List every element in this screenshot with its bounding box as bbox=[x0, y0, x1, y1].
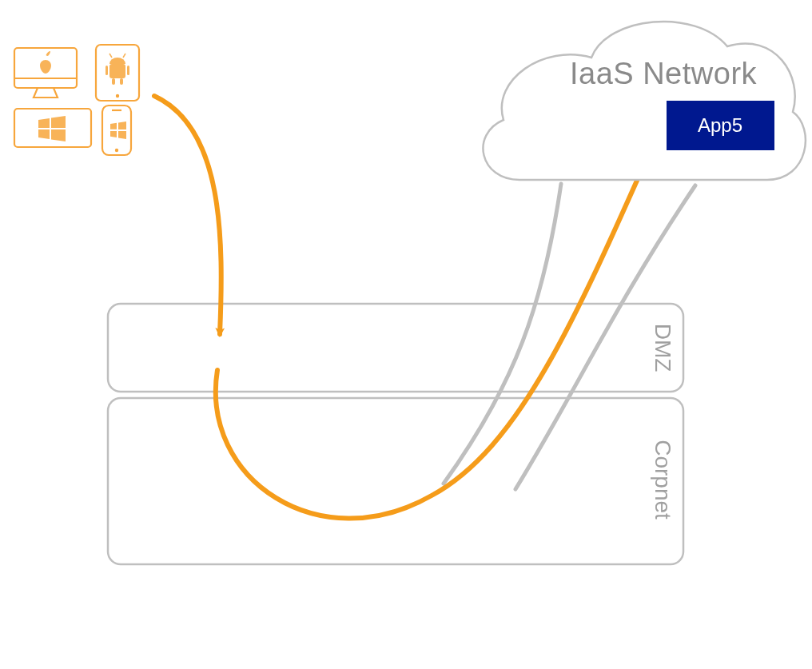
svg-line-9 bbox=[109, 54, 112, 58]
cloud-title: IaaS Network bbox=[570, 57, 758, 90]
cloud-icon bbox=[483, 22, 805, 180]
devices-cluster bbox=[14, 45, 139, 155]
android-logo-icon bbox=[105, 54, 129, 85]
tablet-icon bbox=[96, 45, 139, 101]
corpnet-label: Corpnet bbox=[651, 440, 675, 520]
corpnet-zone-box bbox=[108, 398, 683, 564]
flow-arrow-segment-1 bbox=[154, 96, 221, 334]
flow-arrow-segment-2 bbox=[216, 132, 659, 518]
laptop-icon bbox=[14, 109, 91, 147]
svg-line-10 bbox=[123, 54, 125, 58]
windows-logo-icon bbox=[38, 116, 66, 141]
svg-point-3 bbox=[116, 94, 119, 98]
windows-logo-small-icon bbox=[110, 121, 126, 139]
diagram-root: DMZ Corpnet IaaS Network App5 bbox=[0, 0, 812, 669]
svg-rect-12 bbox=[102, 106, 131, 155]
cloud-group: IaaS Network App5 bbox=[483, 22, 805, 180]
svg-point-13 bbox=[115, 149, 118, 152]
svg-rect-6 bbox=[127, 66, 129, 75]
svg-rect-8 bbox=[120, 78, 123, 85]
app5-label: App5 bbox=[698, 114, 742, 136]
dmz-label: DMZ bbox=[651, 324, 675, 372]
phone-icon bbox=[102, 106, 131, 155]
desktop-icon bbox=[14, 48, 77, 98]
svg-rect-7 bbox=[112, 78, 115, 85]
apple-logo-icon bbox=[40, 51, 51, 74]
svg-rect-5 bbox=[105, 66, 108, 75]
svg-rect-4 bbox=[109, 64, 125, 78]
